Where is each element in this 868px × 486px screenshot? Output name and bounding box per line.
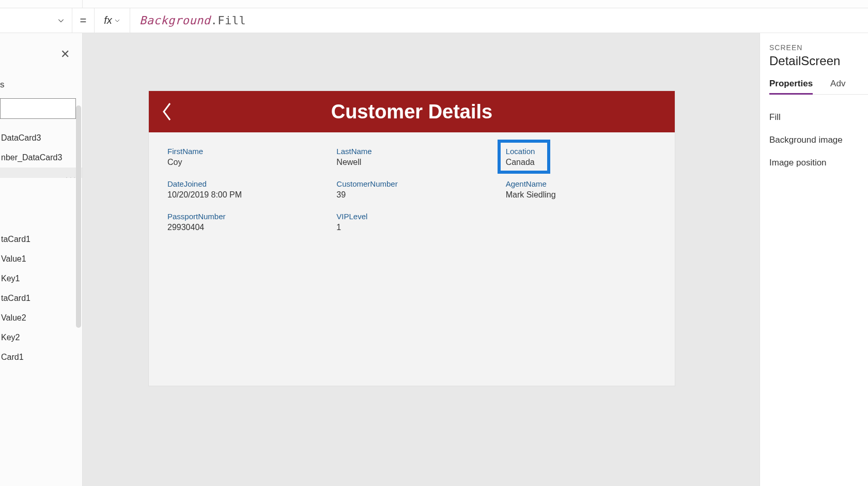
- field-label: FirstName: [167, 147, 318, 156]
- tree-item[interactable]: nber_DataCard3: [0, 148, 82, 168]
- panel-title: DetailScreen: [769, 54, 868, 68]
- fx-label: fx: [104, 14, 112, 26]
- tree-header-fragment: s: [0, 33, 82, 95]
- card-viplevel[interactable]: VIPLevel 1: [332, 210, 491, 237]
- field-value: Newell: [336, 158, 487, 167]
- tree-item[interactable]: Value2: [0, 308, 82, 328]
- property-row-fill[interactable]: Fill: [769, 106, 868, 129]
- scrollbar-thumb[interactable]: [76, 105, 81, 328]
- field-label: DateJoined: [167, 179, 318, 188]
- field-label: PassportNumber: [167, 212, 318, 221]
- field-label: LastName: [336, 147, 487, 156]
- tree-item[interactable]: taCard1: [0, 288, 82, 308]
- field-value: Mark Siedling: [506, 190, 656, 200]
- tab-placeholder: [0, 0, 83, 8]
- field-label: Location: [506, 147, 656, 156]
- close-icon[interactable]: ✕: [60, 48, 70, 61]
- chevron-down-icon: [57, 17, 65, 24]
- property-row-background-image[interactable]: Background image: [769, 129, 868, 151]
- field-value: 10/20/2019 8:00 PM: [167, 190, 318, 200]
- formula-token-property: .Fill: [210, 14, 246, 27]
- panel-tabs: Properties Adv: [769, 79, 868, 95]
- main-area: ✕ s DataCard3 nber_DataCard3 ··· taCard1…: [0, 33, 868, 486]
- tab-advanced[interactable]: Adv: [830, 79, 845, 94]
- tree-list: DataCard3 nber_DataCard3 ··· taCard1 Val…: [0, 128, 82, 367]
- tree-item[interactable]: Key2: [0, 328, 82, 347]
- app-header: Customer Details: [149, 91, 675, 132]
- field-value: 39: [336, 190, 487, 200]
- card-customernumber[interactable]: CustomerNumber 39: [332, 177, 491, 205]
- more-icon[interactable]: ···: [65, 172, 77, 178]
- panel-properties-list: Fill Background image Image position: [769, 106, 868, 174]
- tree-item[interactable]: Key1: [0, 269, 82, 288]
- formula-input[interactable]: Background.Fill: [130, 14, 868, 27]
- fx-button[interactable]: fx: [94, 8, 130, 33]
- card-passportnumber[interactable]: PassportNumber 29930404: [163, 210, 322, 237]
- tree-item-selected[interactable]: ···: [0, 168, 82, 178]
- chevron-left-icon: [160, 101, 174, 122]
- tree-item[interactable]: Value1: [0, 249, 82, 269]
- window-tab-strip: [0, 0, 868, 8]
- app-title: Customer Details: [185, 101, 675, 123]
- card-agentname[interactable]: AgentName Mark Siedling: [502, 177, 660, 205]
- properties-panel: SCREEN DetailScreen Properties Adv Fill …: [760, 33, 868, 486]
- canvas[interactable]: Customer Details FirstName Coy LastName …: [83, 33, 760, 486]
- field-label: CustomerNumber: [336, 179, 487, 188]
- annotation-highlight: [498, 140, 550, 174]
- panel-kicker: SCREEN: [769, 43, 868, 52]
- tree-view-panel: ✕ s DataCard3 nber_DataCard3 ··· taCard1…: [0, 33, 83, 486]
- app-preview-screen[interactable]: Customer Details FirstName Coy LastName …: [149, 91, 675, 386]
- field-value: Canada: [506, 158, 656, 167]
- back-button[interactable]: [149, 101, 185, 122]
- field-label: VIPLevel: [336, 212, 487, 221]
- tree-item[interactable]: DataCard3: [0, 128, 82, 148]
- field-value: 1: [336, 223, 487, 232]
- card-firstname[interactable]: FirstName Coy: [163, 145, 322, 172]
- chevron-down-icon: [114, 18, 120, 24]
- tree-gap: [0, 178, 82, 230]
- tree-search-input[interactable]: [0, 98, 76, 119]
- card-location[interactable]: Location Canada: [502, 145, 660, 172]
- tree-item[interactable]: Card1: [0, 347, 82, 367]
- formula-bar: = fx Background.Fill: [0, 8, 868, 33]
- property-row-image-position[interactable]: Image position: [769, 151, 868, 174]
- field-value: 29930404: [167, 223, 318, 232]
- tab-properties[interactable]: Properties: [769, 79, 813, 95]
- field-label: AgentName: [506, 179, 656, 188]
- property-dropdown[interactable]: [0, 8, 72, 33]
- formula-token-object: Background: [140, 14, 210, 27]
- card-datejoined[interactable]: DateJoined 10/20/2019 8:00 PM: [163, 177, 322, 205]
- field-value: Coy: [167, 158, 318, 167]
- card-lastname[interactable]: LastName Newell: [332, 145, 491, 172]
- detail-form: FirstName Coy LastName Newell Location C…: [149, 132, 675, 250]
- equals-sign: =: [72, 14, 94, 27]
- tree-item[interactable]: taCard1: [0, 230, 82, 249]
